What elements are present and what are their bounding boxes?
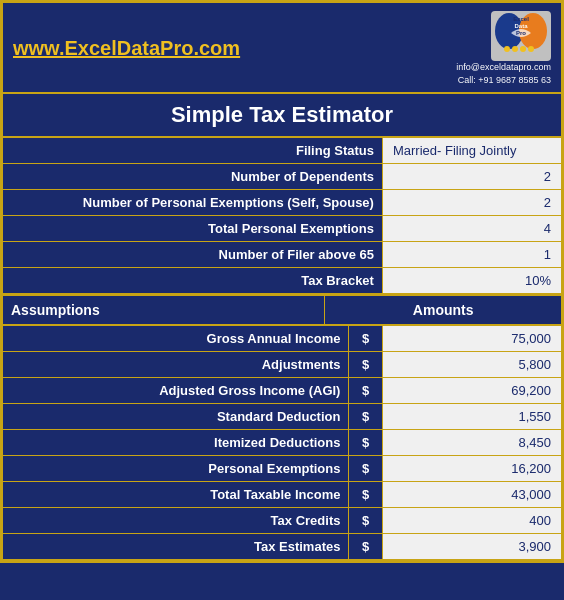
table-row: Itemized Deductions$8,450 [3,430,561,456]
dollar-sign: $ [349,456,382,482]
dollar-sign: $ [349,378,382,404]
amount-value: 75,000 [382,326,561,352]
contact-info: info@exceldatapro.com Call: +91 9687 858… [456,61,551,86]
field-label: Number of Dependents [3,164,382,190]
table-row: Number of Filer above 651 [3,242,561,268]
dollar-sign: $ [349,326,382,352]
app-title: Simple Tax Estimator [171,102,393,127]
table-row: Standard Deduction$1,550 [3,404,561,430]
amount-label: Standard Deduction [3,404,349,430]
table-row: Total Personal Exemptions4 [3,216,561,242]
amount-label: Total Taxable Income [3,482,349,508]
amount-label: Tax Credits [3,508,349,534]
table-row: Adjusted Gross Income (AGI)$69,200 [3,378,561,404]
table-row: Tax Credits$400 [3,508,561,534]
field-label: Filing Status [3,138,382,164]
amounts-label: Amounts [325,295,561,325]
dollar-sign: $ [349,534,382,560]
app-title-row: Simple Tax Estimator [3,94,561,138]
dollar-sign: $ [349,482,382,508]
amount-value: 400 [382,508,561,534]
amount-value: 3,900 [382,534,561,560]
field-value: 1 [382,242,561,268]
amount-label: Adjustments [3,352,349,378]
table-row: Total Taxable Income$43,000 [3,482,561,508]
svg-text:Data: Data [514,23,528,29]
amount-label: Tax Estimates [3,534,349,560]
section-header-table: Assumptions Amounts [3,294,561,326]
amount-label: Gross Annual Income [3,326,349,352]
header-row: www.ExcelDataPro.com Excel Data Pro [3,3,561,94]
field-value: Married- Filing Jointly [382,138,561,164]
amount-value: 69,200 [382,378,561,404]
logo-icon: Excel Data Pro [491,11,551,61]
dollar-sign: $ [349,404,382,430]
field-label: Tax Bracket [3,268,382,294]
amount-label: Personal Exemptions [3,456,349,482]
amount-label: Itemized Deductions [3,430,349,456]
field-label: Number of Personal Exemptions (Self, Spo… [3,190,382,216]
dollar-sign: $ [349,508,382,534]
amounts-table: Gross Annual Income$75,000Adjustments$5,… [3,326,561,560]
field-label: Number of Filer above 65 [3,242,382,268]
dollar-sign: $ [349,352,382,378]
logo-area: Excel Data Pro info@exceldatapro.com Cal… [456,11,551,86]
contact-phone: Call: +91 9687 8585 63 [458,75,551,85]
field-value: 2 [382,164,561,190]
table-row: Tax Bracket10% [3,268,561,294]
svg-text:Excel: Excel [513,16,529,22]
site-url[interactable]: www.ExcelDataPro.com [13,37,456,60]
amount-value: 43,000 [382,482,561,508]
field-label: Total Personal Exemptions [3,216,382,242]
table-row: Number of Personal Exemptions (Self, Spo… [3,190,561,216]
table-row: Gross Annual Income$75,000 [3,326,561,352]
svg-point-4 [512,46,518,52]
assumptions-label: Assumptions [3,295,325,325]
svg-point-3 [504,46,510,52]
field-value: 4 [382,216,561,242]
svg-point-6 [528,46,534,52]
amount-value: 16,200 [382,456,561,482]
svg-text:Pro: Pro [516,30,526,36]
dollar-sign: $ [349,430,382,456]
fields-table: Filing StatusMarried- Filing JointlyNumb… [3,138,561,294]
app-container: www.ExcelDataPro.com Excel Data Pro [0,0,564,563]
table-row: Number of Dependents2 [3,164,561,190]
contact-email: info@exceldatapro.com [456,62,551,72]
amount-value: 1,550 [382,404,561,430]
field-value: 2 [382,190,561,216]
field-value: 10% [382,268,561,294]
amount-label: Adjusted Gross Income (AGI) [3,378,349,404]
amount-value: 8,450 [382,430,561,456]
amount-value: 5,800 [382,352,561,378]
svg-point-5 [520,46,526,52]
table-row: Filing StatusMarried- Filing Jointly [3,138,561,164]
table-row: Adjustments$5,800 [3,352,561,378]
table-row: Tax Estimates$3,900 [3,534,561,560]
table-row: Personal Exemptions$16,200 [3,456,561,482]
